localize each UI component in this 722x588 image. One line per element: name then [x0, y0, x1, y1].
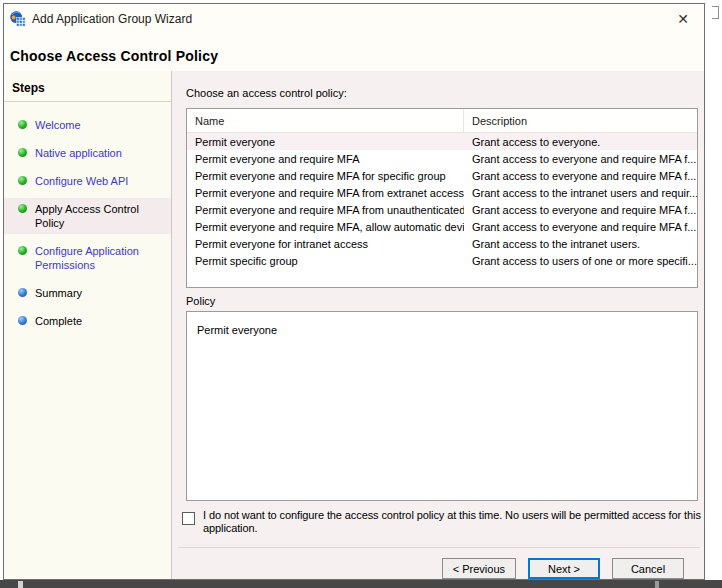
- footer-separator: [178, 547, 700, 548]
- sidebar-item-configure-web-api[interactable]: Configure Web API: [4, 170, 171, 192]
- row-description: Grant access to the intranet users and r…: [464, 187, 697, 199]
- background-tick: [18, 581, 23, 588]
- row-description: Grant access to everyone and require MFA…: [464, 153, 697, 165]
- row-description: Grant access to everyone and require MFA…: [464, 204, 697, 216]
- step-label: Native application: [35, 146, 122, 160]
- table-row[interactable]: Permit everyone and require MFA Grant ac…: [187, 150, 697, 167]
- row-description: Grant access to the intranet users.: [464, 238, 697, 250]
- step-label: Apply Access Control Policy: [35, 202, 167, 230]
- row-description: Grant access to everyone and require MFA…: [464, 221, 697, 233]
- policy-section-label: Policy: [186, 295, 215, 307]
- sidebar-item-native-application[interactable]: Native application: [4, 142, 171, 164]
- table-header: Name Description: [187, 109, 697, 133]
- window-title: Add Application Group Wizard: [32, 12, 192, 26]
- background-tick: [655, 581, 659, 588]
- row-description: Grant access to everyone and require MFA…: [464, 170, 697, 182]
- steps-header: Steps: [12, 81, 163, 95]
- wizard-body: Steps Welcome Native application Configu…: [4, 71, 704, 579]
- sidebar-item-welcome[interactable]: Welcome: [4, 114, 171, 136]
- row-name: Permit specific group: [187, 255, 464, 267]
- table-row[interactable]: Permit everyone and require MFA, allow a…: [187, 218, 697, 235]
- row-name: Permit everyone and require MFA: [187, 153, 464, 165]
- step-done-icon: [18, 246, 27, 255]
- row-name: Permit everyone: [187, 136, 464, 148]
- column-header-description[interactable]: Description: [464, 109, 697, 132]
- table-row[interactable]: Permit everyone and require MFA for spec…: [187, 167, 697, 184]
- step-label: Configure Web API: [35, 174, 128, 188]
- next-button[interactable]: Next >: [528, 558, 600, 579]
- sidebar-item-apply-access-control-policy[interactable]: Apply Access Control Policy: [4, 198, 171, 234]
- step-pending-icon: [18, 288, 27, 297]
- row-name: Permit everyone and require MFA from una…: [187, 204, 464, 216]
- table-row[interactable]: Permit specific group Grant access to us…: [187, 252, 697, 269]
- skip-policy-checkbox[interactable]: [182, 512, 195, 525]
- steps-divider: [4, 101, 171, 102]
- step-current-icon: [18, 204, 27, 213]
- previous-button[interactable]: < Previous: [442, 558, 516, 579]
- skip-policy-row: I do not want to configure the access co…: [182, 509, 702, 535]
- sidebar-item-complete: Complete: [4, 310, 171, 332]
- policy-list-label: Choose an access control policy:: [186, 87, 347, 99]
- background-window-fragment: [712, 6, 719, 19]
- table-row[interactable]: Permit everyone and require MFA from una…: [187, 201, 697, 218]
- policy-preview-box: Permit everyone: [186, 311, 698, 501]
- step-label: Summary: [35, 286, 82, 300]
- table-row[interactable]: Permit everyone Grant access to everyone…: [187, 133, 697, 150]
- content-pane: Choose an access control policy: Name De…: [172, 71, 704, 579]
- background-bottom-strip: [0, 580, 722, 588]
- row-name: Permit everyone and require MFA from ext…: [187, 187, 464, 199]
- sidebar-item-summary: Summary: [4, 282, 171, 304]
- titlebar: Add Application Group Wizard ✕: [4, 4, 704, 34]
- step-label: Complete: [35, 314, 82, 328]
- table-row[interactable]: Permit everyone and require MFA from ext…: [187, 184, 697, 201]
- adfs-app-icon: [10, 11, 26, 27]
- row-name: Permit everyone and require MFA for spec…: [187, 170, 464, 182]
- row-name: Permit everyone for intranet access: [187, 238, 464, 250]
- row-description: Grant access to everyone.: [464, 136, 697, 148]
- policy-text: Permit everyone: [197, 324, 277, 336]
- step-label: Configure Application Permissions: [35, 244, 167, 272]
- steps-sidebar: Steps Welcome Native application Configu…: [4, 71, 172, 579]
- wizard-dialog: Add Application Group Wizard ✕ Choose Ac…: [3, 3, 705, 580]
- row-name: Permit everyone and require MFA, allow a…: [187, 221, 464, 233]
- row-description: Grant access to users of one or more spe…: [464, 255, 697, 267]
- access-control-policy-table: Name Description Permit everyone Grant a…: [186, 108, 698, 288]
- step-label: Welcome: [35, 118, 81, 132]
- sidebar-item-configure-application-permissions[interactable]: Configure Application Permissions: [4, 240, 171, 276]
- wizard-buttons: < Previous Next > Cancel: [442, 558, 684, 579]
- skip-policy-label: I do not want to configure the access co…: [203, 509, 701, 535]
- table-row[interactable]: Permit everyone for intranet access Gran…: [187, 235, 697, 252]
- step-done-icon: [18, 148, 27, 157]
- step-pending-icon: [18, 316, 27, 325]
- page-title: Choose Access Control Policy: [10, 48, 218, 64]
- cancel-button[interactable]: Cancel: [612, 558, 684, 579]
- column-header-name[interactable]: Name: [187, 109, 464, 132]
- step-done-icon: [18, 176, 27, 185]
- step-done-icon: [18, 120, 27, 129]
- close-icon[interactable]: ✕: [662, 4, 704, 34]
